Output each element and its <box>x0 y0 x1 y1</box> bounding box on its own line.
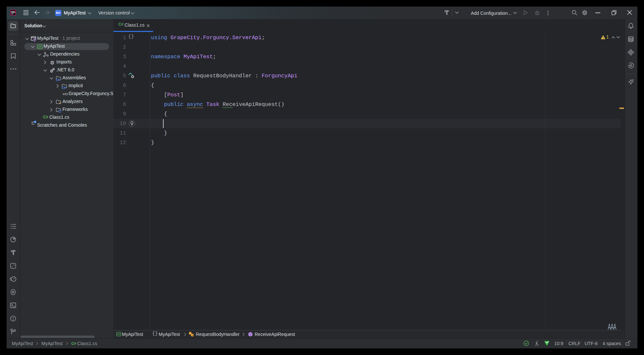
svg-text:C#: C# <box>38 45 42 48</box>
svg-text:RD: RD <box>11 11 15 14</box>
svg-text:C#: C# <box>117 333 121 336</box>
